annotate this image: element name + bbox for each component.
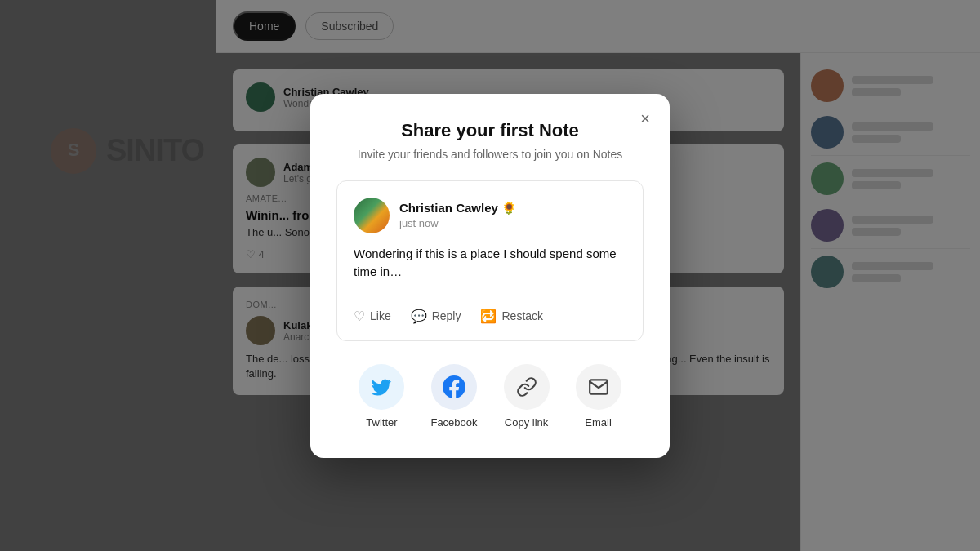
note-restack-label: Restack bbox=[501, 309, 543, 322]
share-buttons-row: Twitter Facebook Copy bbox=[336, 364, 644, 429]
twitter-share-label: Twitter bbox=[366, 416, 397, 429]
like-icon: ♡ bbox=[354, 309, 365, 324]
close-button[interactable]: × bbox=[637, 107, 653, 130]
facebook-icon-circle bbox=[431, 364, 477, 410]
note-author: Christian Cawley 🌻 bbox=[399, 201, 517, 216]
restack-icon: 🔁 bbox=[480, 309, 497, 324]
reply-icon: 💬 bbox=[411, 309, 427, 324]
note-restack-action[interactable]: 🔁 Restack bbox=[480, 309, 543, 324]
note-time: just now bbox=[399, 217, 517, 229]
copy-link-label: Copy link bbox=[505, 416, 548, 429]
modal-overlay[interactable]: × Share your first Note Invite your frie… bbox=[0, 0, 980, 551]
copy-link-button[interactable]: Copy link bbox=[504, 364, 550, 429]
facebook-share-label: Facebook bbox=[430, 416, 477, 429]
modal-title: Share your first Note bbox=[336, 120, 644, 141]
note-avatar bbox=[354, 198, 390, 233]
modal-subtitle: Invite your friends and followers to joi… bbox=[336, 148, 644, 161]
note-reply-label: Reply bbox=[432, 309, 461, 322]
note-like-label: Like bbox=[370, 309, 391, 322]
note-text: Wondering if this is a place I should sp… bbox=[354, 245, 626, 295]
note-reply-action[interactable]: 💬 Reply bbox=[411, 309, 461, 324]
note-actions: ♡ Like 💬 Reply 🔁 Restack bbox=[354, 309, 626, 324]
twitter-icon-circle bbox=[359, 364, 404, 410]
copy-link-icon-circle bbox=[504, 364, 550, 410]
facebook-share-button[interactable]: Facebook bbox=[430, 364, 477, 429]
email-share-button[interactable]: Email bbox=[576, 364, 621, 429]
email-share-label: Email bbox=[585, 416, 612, 429]
share-modal: × Share your first Note Invite your frie… bbox=[310, 94, 670, 458]
note-preview-card: Christian Cawley 🌻 just now Wondering if… bbox=[336, 180, 644, 341]
twitter-share-button[interactable]: Twitter bbox=[359, 364, 404, 429]
note-like-action[interactable]: ♡ Like bbox=[354, 309, 391, 324]
note-header: Christian Cawley 🌻 just now bbox=[354, 198, 626, 233]
email-icon-circle bbox=[576, 364, 621, 410]
